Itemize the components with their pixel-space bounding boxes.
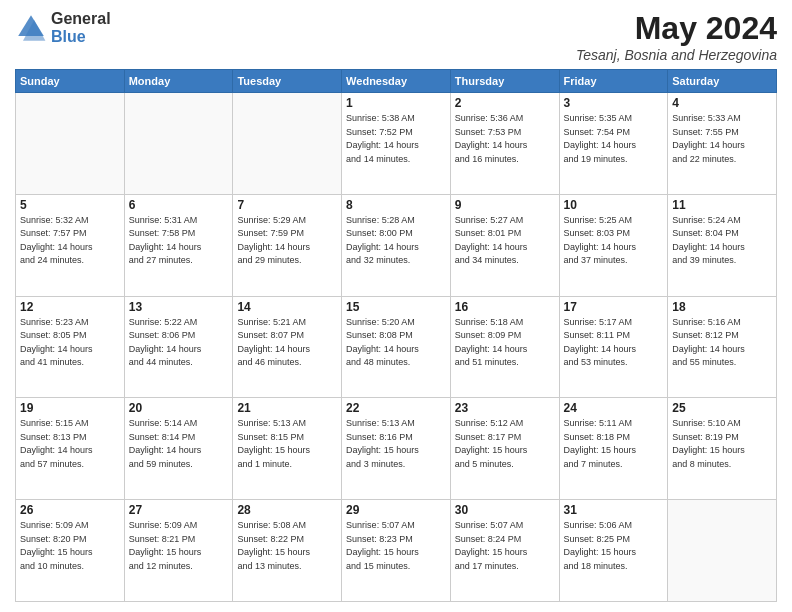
day-number: 22 — [346, 401, 446, 415]
col-friday: Friday — [559, 70, 668, 93]
day-info: Sunrise: 5:29 AM Sunset: 7:59 PM Dayligh… — [237, 214, 337, 268]
table-row: 22Sunrise: 5:13 AM Sunset: 8:16 PM Dayli… — [342, 398, 451, 500]
table-row — [233, 93, 342, 195]
day-info: Sunrise: 5:09 AM Sunset: 8:21 PM Dayligh… — [129, 519, 229, 573]
table-row — [16, 93, 125, 195]
table-row: 15Sunrise: 5:20 AM Sunset: 8:08 PM Dayli… — [342, 296, 451, 398]
day-info: Sunrise: 5:07 AM Sunset: 8:24 PM Dayligh… — [455, 519, 555, 573]
table-row: 9Sunrise: 5:27 AM Sunset: 8:01 PM Daylig… — [450, 194, 559, 296]
day-number: 6 — [129, 198, 229, 212]
table-row: 21Sunrise: 5:13 AM Sunset: 8:15 PM Dayli… — [233, 398, 342, 500]
day-number: 4 — [672, 96, 772, 110]
day-info: Sunrise: 5:13 AM Sunset: 8:16 PM Dayligh… — [346, 417, 446, 471]
header: General Blue May 2024 Tesanj, Bosnia and… — [15, 10, 777, 63]
day-number: 18 — [672, 300, 772, 314]
table-row: 4Sunrise: 5:33 AM Sunset: 7:55 PM Daylig… — [668, 93, 777, 195]
table-row: 16Sunrise: 5:18 AM Sunset: 8:09 PM Dayli… — [450, 296, 559, 398]
col-sunday: Sunday — [16, 70, 125, 93]
table-row: 31Sunrise: 5:06 AM Sunset: 8:25 PM Dayli… — [559, 500, 668, 602]
day-number: 17 — [564, 300, 664, 314]
day-number: 2 — [455, 96, 555, 110]
table-row: 11Sunrise: 5:24 AM Sunset: 8:04 PM Dayli… — [668, 194, 777, 296]
day-number: 23 — [455, 401, 555, 415]
day-info: Sunrise: 5:13 AM Sunset: 8:15 PM Dayligh… — [237, 417, 337, 471]
logo-general: General — [51, 10, 111, 28]
table-row: 18Sunrise: 5:16 AM Sunset: 8:12 PM Dayli… — [668, 296, 777, 398]
logo-text: General Blue — [51, 10, 111, 45]
page: General Blue May 2024 Tesanj, Bosnia and… — [0, 0, 792, 612]
table-row: 25Sunrise: 5:10 AM Sunset: 8:19 PM Dayli… — [668, 398, 777, 500]
logo-blue: Blue — [51, 28, 111, 46]
col-saturday: Saturday — [668, 70, 777, 93]
day-info: Sunrise: 5:31 AM Sunset: 7:58 PM Dayligh… — [129, 214, 229, 268]
table-row: 30Sunrise: 5:07 AM Sunset: 8:24 PM Dayli… — [450, 500, 559, 602]
col-monday: Monday — [124, 70, 233, 93]
title-block: May 2024 Tesanj, Bosnia and Herzegovina — [576, 10, 777, 63]
calendar-week-row: 26Sunrise: 5:09 AM Sunset: 8:20 PM Dayli… — [16, 500, 777, 602]
col-tuesday: Tuesday — [233, 70, 342, 93]
day-number: 15 — [346, 300, 446, 314]
day-number: 14 — [237, 300, 337, 314]
day-info: Sunrise: 5:21 AM Sunset: 8:07 PM Dayligh… — [237, 316, 337, 370]
table-row: 7Sunrise: 5:29 AM Sunset: 7:59 PM Daylig… — [233, 194, 342, 296]
table-row: 3Sunrise: 5:35 AM Sunset: 7:54 PM Daylig… — [559, 93, 668, 195]
logo: General Blue — [15, 10, 111, 45]
day-info: Sunrise: 5:20 AM Sunset: 8:08 PM Dayligh… — [346, 316, 446, 370]
day-info: Sunrise: 5:06 AM Sunset: 8:25 PM Dayligh… — [564, 519, 664, 573]
table-row: 26Sunrise: 5:09 AM Sunset: 8:20 PM Dayli… — [16, 500, 125, 602]
calendar-week-row: 1Sunrise: 5:38 AM Sunset: 7:52 PM Daylig… — [16, 93, 777, 195]
day-info: Sunrise: 5:07 AM Sunset: 8:23 PM Dayligh… — [346, 519, 446, 573]
calendar-week-row: 12Sunrise: 5:23 AM Sunset: 8:05 PM Dayli… — [16, 296, 777, 398]
calendar-table: Sunday Monday Tuesday Wednesday Thursday… — [15, 69, 777, 602]
day-number: 31 — [564, 503, 664, 517]
location-title: Tesanj, Bosnia and Herzegovina — [576, 47, 777, 63]
table-row: 28Sunrise: 5:08 AM Sunset: 8:22 PM Dayli… — [233, 500, 342, 602]
table-row: 12Sunrise: 5:23 AM Sunset: 8:05 PM Dayli… — [16, 296, 125, 398]
day-info: Sunrise: 5:16 AM Sunset: 8:12 PM Dayligh… — [672, 316, 772, 370]
day-number: 19 — [20, 401, 120, 415]
table-row: 20Sunrise: 5:14 AM Sunset: 8:14 PM Dayli… — [124, 398, 233, 500]
table-row: 23Sunrise: 5:12 AM Sunset: 8:17 PM Dayli… — [450, 398, 559, 500]
day-number: 26 — [20, 503, 120, 517]
calendar-week-row: 19Sunrise: 5:15 AM Sunset: 8:13 PM Dayli… — [16, 398, 777, 500]
table-row: 6Sunrise: 5:31 AM Sunset: 7:58 PM Daylig… — [124, 194, 233, 296]
day-info: Sunrise: 5:25 AM Sunset: 8:03 PM Dayligh… — [564, 214, 664, 268]
day-number: 7 — [237, 198, 337, 212]
calendar-week-row: 5Sunrise: 5:32 AM Sunset: 7:57 PM Daylig… — [16, 194, 777, 296]
day-info: Sunrise: 5:12 AM Sunset: 8:17 PM Dayligh… — [455, 417, 555, 471]
table-row: 2Sunrise: 5:36 AM Sunset: 7:53 PM Daylig… — [450, 93, 559, 195]
day-info: Sunrise: 5:22 AM Sunset: 8:06 PM Dayligh… — [129, 316, 229, 370]
day-number: 30 — [455, 503, 555, 517]
day-info: Sunrise: 5:08 AM Sunset: 8:22 PM Dayligh… — [237, 519, 337, 573]
day-info: Sunrise: 5:27 AM Sunset: 8:01 PM Dayligh… — [455, 214, 555, 268]
day-number: 29 — [346, 503, 446, 517]
table-row: 13Sunrise: 5:22 AM Sunset: 8:06 PM Dayli… — [124, 296, 233, 398]
table-row: 24Sunrise: 5:11 AM Sunset: 8:18 PM Dayli… — [559, 398, 668, 500]
day-info: Sunrise: 5:28 AM Sunset: 8:00 PM Dayligh… — [346, 214, 446, 268]
table-row: 5Sunrise: 5:32 AM Sunset: 7:57 PM Daylig… — [16, 194, 125, 296]
day-number: 21 — [237, 401, 337, 415]
table-row: 17Sunrise: 5:17 AM Sunset: 8:11 PM Dayli… — [559, 296, 668, 398]
day-info: Sunrise: 5:10 AM Sunset: 8:19 PM Dayligh… — [672, 417, 772, 471]
table-row: 27Sunrise: 5:09 AM Sunset: 8:21 PM Dayli… — [124, 500, 233, 602]
day-number: 20 — [129, 401, 229, 415]
table-row: 14Sunrise: 5:21 AM Sunset: 8:07 PM Dayli… — [233, 296, 342, 398]
day-number: 24 — [564, 401, 664, 415]
day-info: Sunrise: 5:32 AM Sunset: 7:57 PM Dayligh… — [20, 214, 120, 268]
col-wednesday: Wednesday — [342, 70, 451, 93]
day-info: Sunrise: 5:09 AM Sunset: 8:20 PM Dayligh… — [20, 519, 120, 573]
day-info: Sunrise: 5:15 AM Sunset: 8:13 PM Dayligh… — [20, 417, 120, 471]
table-row — [124, 93, 233, 195]
day-info: Sunrise: 5:11 AM Sunset: 8:18 PM Dayligh… — [564, 417, 664, 471]
day-number: 25 — [672, 401, 772, 415]
table-row: 29Sunrise: 5:07 AM Sunset: 8:23 PM Dayli… — [342, 500, 451, 602]
day-info: Sunrise: 5:38 AM Sunset: 7:52 PM Dayligh… — [346, 112, 446, 166]
day-number: 12 — [20, 300, 120, 314]
day-info: Sunrise: 5:33 AM Sunset: 7:55 PM Dayligh… — [672, 112, 772, 166]
day-info: Sunrise: 5:17 AM Sunset: 8:11 PM Dayligh… — [564, 316, 664, 370]
day-info: Sunrise: 5:14 AM Sunset: 8:14 PM Dayligh… — [129, 417, 229, 471]
day-number: 9 — [455, 198, 555, 212]
col-thursday: Thursday — [450, 70, 559, 93]
day-number: 11 — [672, 198, 772, 212]
day-info: Sunrise: 5:36 AM Sunset: 7:53 PM Dayligh… — [455, 112, 555, 166]
